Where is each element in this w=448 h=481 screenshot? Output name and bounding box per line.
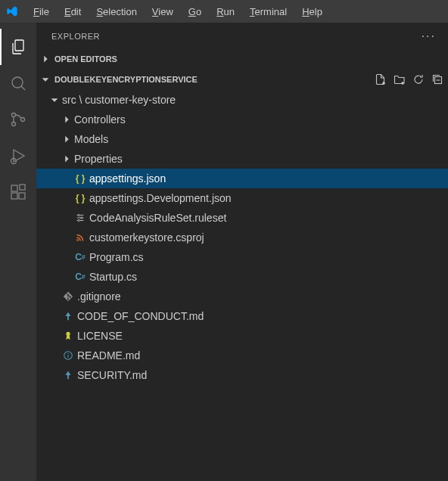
info-icon bbox=[61, 350, 76, 361]
svg-rect-11 bbox=[20, 185, 25, 190]
new-folder-icon[interactable] bbox=[394, 73, 406, 85]
menu-file[interactable]: File bbox=[27, 4, 55, 20]
folder-src[interactable]: src \ customer-key-store bbox=[36, 90, 448, 110]
svg-marker-6 bbox=[14, 150, 24, 162]
file-label: Startup.cs bbox=[88, 271, 137, 283]
activity-run-debug[interactable] bbox=[0, 138, 36, 174]
chevron-right-icon bbox=[39, 54, 51, 64]
project-name-label: DoubleKeyEncryptionService bbox=[54, 75, 198, 84]
file-label: SECURITY.md bbox=[76, 369, 147, 381]
open-editors-label: Open Editors bbox=[54, 54, 117, 64]
svg-point-1 bbox=[12, 77, 23, 88]
csharp-icon: C# bbox=[73, 272, 88, 282]
file-security[interactable]: SECURITY.md bbox=[36, 365, 448, 385]
rss-icon bbox=[73, 232, 88, 243]
file-label: CodeAnalysisRuleSet.ruleset bbox=[88, 212, 226, 224]
svg-rect-0 bbox=[15, 40, 23, 51]
license-icon bbox=[61, 330, 76, 341]
folder-properties[interactable]: Properties bbox=[36, 149, 448, 169]
json-icon: { } bbox=[73, 193, 88, 203]
file-appsettings-json[interactable]: { } appsettings.json bbox=[36, 169, 448, 188]
file-label: appsettings.json bbox=[88, 172, 166, 185]
file-tree: src \ customer-key-store Controllers Mod… bbox=[36, 90, 448, 385]
file-label: CODE_OF_CONDUCT.md bbox=[76, 310, 204, 322]
svg-rect-10 bbox=[19, 193, 25, 199]
open-editors-section[interactable]: Open Editors bbox=[36, 49, 448, 69]
file-csproj[interactable]: customerkeystore.csproj bbox=[36, 228, 448, 247]
folder-label: Controllers bbox=[73, 113, 126, 126]
file-label: .gitignore bbox=[76, 290, 121, 303]
file-readme[interactable]: README.md bbox=[36, 346, 448, 365]
activity-extensions[interactable] bbox=[0, 174, 36, 210]
new-file-icon[interactable] bbox=[375, 73, 387, 85]
menu-help[interactable]: Help bbox=[296, 4, 328, 20]
svg-point-19 bbox=[76, 239, 79, 241]
folder-label: src \ customer-key-store bbox=[61, 94, 176, 106]
sidebar-title-row: Explorer ··· bbox=[36, 23, 448, 49]
file-license[interactable]: LICENSE bbox=[36, 326, 448, 346]
file-ruleset[interactable]: CodeAnalysisRuleSet.ruleset bbox=[36, 208, 448, 228]
folder-label: Models bbox=[73, 133, 108, 145]
collapse-all-icon[interactable] bbox=[431, 73, 443, 85]
svg-point-5 bbox=[21, 118, 25, 122]
vscode-logo-icon bbox=[6, 5, 18, 17]
svg-rect-9 bbox=[11, 193, 17, 199]
markdown-icon bbox=[61, 370, 76, 380]
menu-selection[interactable]: Selection bbox=[90, 4, 142, 20]
folder-models[interactable]: Models bbox=[36, 129, 448, 149]
svg-line-2 bbox=[21, 86, 25, 90]
menu-run[interactable]: Run bbox=[210, 4, 241, 20]
svg-point-18 bbox=[78, 219, 79, 221]
file-appsettings-dev-json[interactable]: { } appsettings.Development.json bbox=[36, 188, 448, 208]
folder-label: Properties bbox=[73, 153, 123, 165]
csharp-icon: C# bbox=[73, 252, 88, 262]
file-code-of-conduct[interactable]: CODE_OF_CONDUCT.md bbox=[36, 306, 448, 326]
activity-bar bbox=[0, 23, 36, 481]
menu-edit[interactable]: Edit bbox=[58, 4, 87, 20]
file-program-cs[interactable]: C# Program.cs bbox=[36, 247, 448, 267]
folder-controllers[interactable]: Controllers bbox=[36, 110, 448, 129]
sidebar-title: Explorer bbox=[51, 32, 100, 41]
menu-view[interactable]: View bbox=[146, 4, 179, 20]
title-bar: File Edit Selection View Go Run Terminal… bbox=[0, 0, 448, 23]
menu-go[interactable]: Go bbox=[182, 4, 207, 20]
json-icon: { } bbox=[73, 173, 88, 184]
chevron-down-icon bbox=[48, 95, 61, 105]
git-icon bbox=[61, 291, 76, 302]
settings-icon bbox=[73, 213, 88, 223]
file-gitignore[interactable]: .gitignore bbox=[36, 287, 448, 306]
refresh-icon[interactable] bbox=[412, 73, 425, 85]
svg-point-16 bbox=[78, 214, 79, 216]
activity-explorer[interactable] bbox=[0, 29, 36, 65]
file-label: appsettings.Development.json bbox=[88, 192, 232, 204]
svg-point-3 bbox=[12, 113, 16, 117]
svg-rect-8 bbox=[11, 185, 17, 191]
chevron-right-icon bbox=[61, 114, 73, 125]
markdown-icon bbox=[61, 311, 76, 321]
svg-point-4 bbox=[12, 123, 16, 126]
file-label: LICENSE bbox=[76, 330, 123, 342]
menu-terminal[interactable]: Terminal bbox=[244, 4, 293, 20]
file-label: README.md bbox=[76, 349, 140, 362]
activity-search[interactable] bbox=[0, 65, 36, 101]
file-label: Program.cs bbox=[88, 251, 144, 263]
activity-source-control[interactable] bbox=[0, 101, 36, 138]
chevron-right-icon bbox=[61, 134, 73, 144]
chevron-down-icon bbox=[39, 74, 51, 85]
explorer-actions bbox=[375, 73, 443, 85]
file-startup-cs[interactable]: C# Startup.cs bbox=[36, 267, 448, 287]
more-actions-icon[interactable]: ··· bbox=[422, 29, 436, 43]
project-section-header[interactable]: DoubleKeyEncryptionService bbox=[36, 69, 448, 90]
explorer-sidebar: Explorer ··· Open Editors DoubleKeyEncry… bbox=[36, 23, 448, 481]
chevron-right-icon bbox=[61, 154, 73, 164]
file-label: customerkeystore.csproj bbox=[88, 231, 204, 244]
svg-point-17 bbox=[81, 217, 82, 219]
svg-point-23 bbox=[67, 353, 68, 354]
